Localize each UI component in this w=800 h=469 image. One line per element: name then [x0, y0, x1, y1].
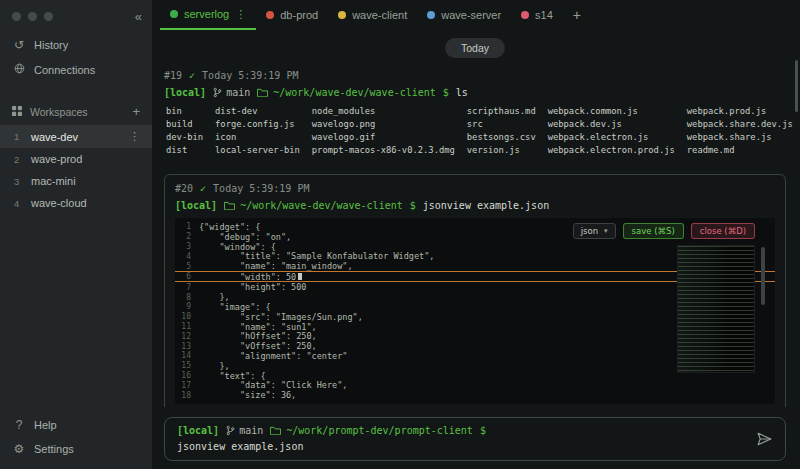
code-line: "width": 50 [199, 272, 296, 282]
chevron-down-icon: ▾ [604, 227, 608, 235]
collapse-sidebar-icon[interactable]: « [135, 10, 142, 23]
line-number: 16 [175, 371, 199, 380]
history-icon: ↺ [12, 39, 26, 51]
file-name: webpack.common.js [548, 106, 675, 119]
file-name: prompt-macos-x86-v0.2.3.dmg [312, 145, 455, 158]
line-number: 1 [175, 222, 199, 231]
working-directory-path: ~/work/wave-dev/wave-client [273, 87, 436, 98]
code-line: "data": "Click Here", [199, 380, 347, 390]
line-number: 11 [175, 322, 199, 331]
git-branch: main [226, 425, 263, 436]
new-tab-button[interactable]: + [563, 0, 591, 30]
tab-label: db-prod [280, 9, 318, 21]
line-number: 3 [175, 242, 199, 251]
tab-label: wave-server [441, 9, 501, 21]
code-line: "vOffset": 250, [199, 341, 317, 351]
viewer-save-button[interactable]: save (⌘S) [623, 223, 684, 239]
block-timestamp: Today 5:39:19 PM [202, 70, 298, 81]
code-line: {"widget": { [199, 222, 260, 232]
workspace-menu-icon[interactable]: ⋮ [129, 130, 140, 143]
sidebar-item-connections[interactable]: Connections [0, 57, 152, 82]
workspace-item-wave-dev[interactable]: 1 wave-dev ⋮ [0, 125, 152, 148]
working-directory: ~/work/wave-dev/wave-client [257, 87, 436, 98]
help-label: Help [34, 419, 57, 431]
close-window-button[interactable] [12, 12, 21, 21]
file-name: dev-bin [166, 132, 203, 145]
success-check-icon: ✓ [189, 70, 195, 81]
line-number: 10 [175, 312, 199, 321]
tab-db-prod[interactable]: db-prod [256, 0, 328, 30]
tab-color-dot [170, 10, 178, 18]
prompt-symbol: $ [443, 87, 449, 98]
scrollbar-thumb[interactable] [795, 60, 798, 112]
command-input-bar[interactable]: [local] main ~/work/prompt-dev/prompt-cl… [164, 417, 786, 461]
block-timestamp: Today 5:39:19 PM [213, 183, 309, 194]
code-line: "text": { [199, 371, 266, 381]
viewer-mode-select[interactable]: json ▾ [573, 223, 616, 239]
file-name: webpack.electron.js [548, 132, 675, 145]
minimize-window-button[interactable] [28, 12, 37, 21]
tab-s14[interactable]: s14 [511, 0, 563, 30]
command-block-20[interactable]: #20 ✓ Today 5:39:19 PM [local] ~/work/wa… [164, 174, 786, 407]
tab-wave-server[interactable]: wave-server [417, 0, 511, 30]
main-area: serverlog ⋮ db-prod wave-client wave-ser… [152, 0, 800, 469]
tab-label: wave-client [352, 9, 407, 21]
sidebar-spacer [0, 214, 152, 413]
workspace-item-wave-cloud[interactable]: 4 wave-cloud [0, 192, 152, 214]
tab-serverlog[interactable]: serverlog ⋮ [160, 0, 256, 30]
line-number: 4 [175, 252, 199, 261]
file-name: webpack.prod.js [687, 106, 793, 119]
send-command-icon[interactable] [756, 431, 773, 448]
tab-wave-client[interactable]: wave-client [328, 0, 417, 30]
tab-label: s14 [535, 9, 553, 21]
file-name: src [467, 119, 536, 132]
code-line: "src": "Images/Sun.png", [199, 312, 363, 322]
minimap[interactable] [677, 245, 755, 373]
workspace-index: 3 [14, 176, 22, 187]
workspace-name: wave-prod [31, 153, 82, 165]
text-cursor [298, 273, 302, 280]
tab-color-dot [266, 11, 274, 19]
zoom-window-button[interactable] [44, 12, 53, 21]
file-name: bin [166, 106, 203, 119]
file-name: dist-dev [215, 106, 300, 119]
workspace-item-wave-prod[interactable]: 2 wave-prod [0, 148, 152, 170]
ls-output: bin build dev-bin dist dist-dev forge.co… [166, 106, 786, 158]
viewer-close-button[interactable]: close (⌘D) [691, 223, 755, 239]
line-number: 2 [175, 232, 199, 241]
line-number: 8 [175, 293, 199, 302]
file-name: version.js [467, 145, 536, 158]
json-viewer[interactable]: 1{"widget": { 2 "debug": "on", 3 "window… [175, 218, 775, 404]
traffic-lights[interactable] [12, 12, 53, 21]
date-separator-pill: Today [445, 38, 505, 58]
sidebar-item-help[interactable]: ? Help [0, 413, 152, 437]
code-line: "height": 500 [199, 282, 306, 292]
tab-color-dot [427, 11, 435, 19]
code-line: "window": { [199, 242, 276, 252]
workspace-index: 1 [14, 131, 22, 142]
tab-menu-icon[interactable]: ⋮ [235, 8, 246, 21]
command-block-19[interactable]: #19 ✓ Today 5:39:19 PM [local] main ~/wo… [164, 70, 786, 158]
command-input[interactable]: jsonview example.json [177, 441, 745, 452]
prompt-symbol: $ [410, 200, 416, 211]
editor-scrollbar-thumb[interactable] [761, 247, 765, 305]
command-text: ls [456, 87, 468, 98]
tab-color-dot [338, 11, 346, 19]
working-directory-path: ~/work/prompt-dev/prompt-client [286, 425, 473, 436]
working-directory: ~/work/prompt-dev/prompt-client [270, 425, 473, 436]
settings-label: Settings [34, 443, 74, 455]
code-line: "debug": "on", [199, 232, 291, 242]
sidebar-item-settings[interactable]: ⚙ Settings [0, 437, 152, 461]
workspaces-grid-icon [12, 106, 22, 118]
sidebar: « ↺ History Connections Workspaces + 1 w… [0, 0, 152, 469]
block-number: #20 [175, 183, 193, 194]
workspace-name: wave-dev [31, 131, 78, 143]
workspaces-label: Workspaces [30, 106, 88, 118]
workspace-name: wave-cloud [31, 197, 87, 209]
file-name: bestsongs.csv [467, 132, 536, 145]
add-workspace-button[interactable]: + [132, 104, 140, 119]
sidebar-item-history[interactable]: ↺ History [0, 33, 152, 57]
workspace-item-mac-mini[interactable]: 3 mac-mini [0, 170, 152, 192]
file-name: wavelogo.gif [312, 132, 455, 145]
code-line: "name": "main_window", [199, 261, 353, 271]
